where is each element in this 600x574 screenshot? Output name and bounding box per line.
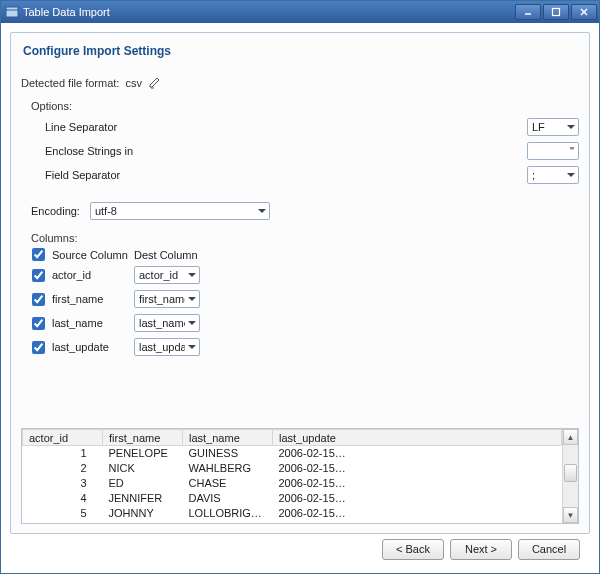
maximize-button[interactable] <box>543 4 569 20</box>
options-label: Options: <box>31 100 579 112</box>
column-include-checkbox[interactable] <box>32 341 45 354</box>
enclose-strings-row: Enclose Strings in <box>31 140 579 162</box>
encoding-label: Encoding: <box>31 205 80 217</box>
detected-format-row: Detected file format: csv <box>21 76 579 90</box>
line-separator-label: Line Separator <box>31 121 181 133</box>
detected-format-value: csv <box>125 77 142 89</box>
preview-panel: actor_idfirst_namelast_namelast_update 1… <box>21 428 579 524</box>
chevron-down-icon <box>564 125 578 129</box>
preview-cell: 2006-02-15… <box>273 461 562 476</box>
preview-cell: 3 <box>23 476 103 491</box>
wizard-buttons: < Back Next > Cancel <box>10 534 590 564</box>
preview-header-cell[interactable]: first_name <box>103 430 183 446</box>
dest-column-header: Dest Column <box>134 249 198 261</box>
preview-cell: NICK <box>103 461 183 476</box>
table-row[interactable]: 4JENNIFERDAVIS2006-02-15… <box>23 491 562 506</box>
chevron-down-icon <box>185 345 199 349</box>
field-separator-row: Field Separator ; <box>31 164 579 186</box>
column-row: last_updatelast_updat <box>31 335 579 359</box>
preview-cell: LOLLOBRIG… <box>183 506 273 521</box>
encoding-row: Encoding: utf-8 <box>31 202 579 220</box>
column-dest-value: last_name <box>139 317 185 329</box>
columns-block: Source Column Dest Column actor_idactor_… <box>31 248 579 359</box>
line-separator-value: LF <box>532 121 564 133</box>
encoding-value: utf-8 <box>95 205 255 217</box>
scroll-down-button[interactable]: ▼ <box>563 507 578 523</box>
scroll-track[interactable] <box>563 445 578 507</box>
encoding-select[interactable]: utf-8 <box>90 202 270 220</box>
scroll-up-button[interactable]: ▲ <box>563 429 578 445</box>
titlebar: Table Data Import <box>1 1 599 23</box>
wizard-panel: Configure Import Settings Detected file … <box>10 32 590 534</box>
enclose-strings-input[interactable] <box>527 142 579 160</box>
detected-format-label: Detected file format: <box>21 77 119 89</box>
column-source-label: last_update <box>52 341 128 353</box>
preview-cell: 2006-02-15… <box>273 506 562 521</box>
chevron-down-icon <box>185 273 199 277</box>
window-frame: Table Data Import Configure Import Setti… <box>0 0 600 574</box>
window-title: Table Data Import <box>23 6 515 18</box>
table-row[interactable]: 1PENELOPEGUINESS2006-02-15… <box>23 446 562 461</box>
column-source-label: actor_id <box>52 269 128 281</box>
preview-cell: 2006-02-15… <box>273 446 562 461</box>
scroll-thumb[interactable] <box>564 464 577 482</box>
column-dest-select[interactable]: actor_id <box>134 266 200 284</box>
preview-scrollbar[interactable]: ▲ ▼ <box>562 429 578 523</box>
close-button[interactable] <box>571 4 597 20</box>
chevron-down-icon <box>564 173 578 177</box>
preview-table: actor_idfirst_namelast_namelast_update 1… <box>22 429 562 521</box>
preview-cell: 2 <box>23 461 103 476</box>
columns-header: Source Column Dest Column <box>31 248 579 261</box>
column-row: actor_idactor_id <box>31 263 579 287</box>
edit-format-icon[interactable] <box>148 76 162 90</box>
column-dest-value: last_updat <box>139 341 185 353</box>
preview-cell: CHASE <box>183 476 273 491</box>
column-include-checkbox[interactable] <box>32 269 45 282</box>
preview-cell: ED <box>103 476 183 491</box>
column-include-checkbox[interactable] <box>32 317 45 330</box>
chevron-down-icon <box>255 209 269 213</box>
columns-select-all-checkbox[interactable] <box>32 248 45 261</box>
table-row[interactable]: 2NICKWAHLBERG2006-02-15… <box>23 461 562 476</box>
column-source-label: first_name <box>52 293 128 305</box>
table-row[interactable]: 5JOHNNYLOLLOBRIG…2006-02-15… <box>23 506 562 521</box>
field-separator-label: Field Separator <box>31 169 181 181</box>
field-separator-select[interactable]: ; <box>527 166 579 184</box>
cancel-button[interactable]: Cancel <box>518 539 580 560</box>
column-dest-select[interactable]: last_name <box>134 314 200 332</box>
svg-rect-0 <box>6 7 18 17</box>
column-dest-value: actor_id <box>139 269 185 281</box>
preview-cell: 1 <box>23 446 103 461</box>
preview-header-cell[interactable]: last_name <box>183 430 273 446</box>
preview-header-cell[interactable]: actor_id <box>23 430 103 446</box>
window-controls <box>515 4 597 20</box>
chevron-down-icon <box>185 297 199 301</box>
column-include-checkbox[interactable] <box>32 293 45 306</box>
column-dest-select[interactable]: last_updat <box>134 338 200 356</box>
field-separator-value: ; <box>532 169 564 181</box>
minimize-button[interactable] <box>515 4 541 20</box>
preview-cell: JENNIFER <box>103 491 183 506</box>
options-block: Line Separator LF Enclose Strings in Fie… <box>31 114 579 188</box>
back-button[interactable]: < Back <box>382 539 444 560</box>
column-row: last_namelast_name <box>31 311 579 335</box>
preview-cell: DAVIS <box>183 491 273 506</box>
preview-cell: WAHLBERG <box>183 461 273 476</box>
columns-label: Columns: <box>31 232 579 244</box>
preview-cell: JOHNNY <box>103 506 183 521</box>
preview-cell: 5 <box>23 506 103 521</box>
column-dest-select[interactable]: first_name <box>134 290 200 308</box>
preview-cell: 2006-02-15… <box>273 491 562 506</box>
column-dest-value: first_name <box>139 293 185 305</box>
line-separator-select[interactable]: LF <box>527 118 579 136</box>
next-button[interactable]: Next > <box>450 539 512 560</box>
preview-header-cell[interactable]: last_update <box>273 430 562 446</box>
column-source-label: last_name <box>52 317 128 329</box>
preview-cell: GUINESS <box>183 446 273 461</box>
table-row[interactable]: 3EDCHASE2006-02-15… <box>23 476 562 491</box>
preview-cell: PENELOPE <box>103 446 183 461</box>
enclose-strings-label: Enclose Strings in <box>31 145 181 157</box>
svg-rect-3 <box>553 9 560 16</box>
preview-cell: 2006-02-15… <box>273 476 562 491</box>
line-separator-row: Line Separator LF <box>31 116 579 138</box>
